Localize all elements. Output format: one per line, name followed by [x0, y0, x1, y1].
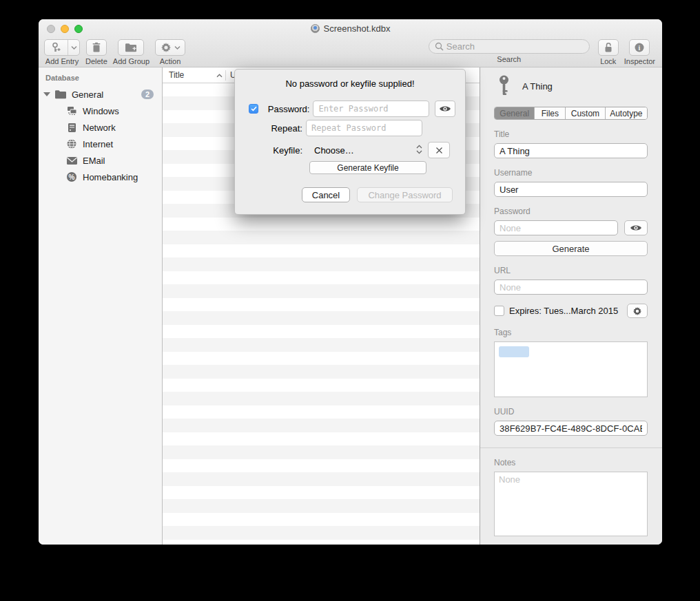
lock-button[interactable]: Lock — [598, 39, 619, 65]
folder-icon — [54, 88, 67, 101]
password-label: Password — [494, 207, 648, 216]
title-label: Title — [494, 129, 648, 139]
envelope-icon — [65, 154, 78, 167]
sidebar: Database General 2 Windows Network — [39, 67, 163, 545]
search-label: Search — [497, 55, 521, 63]
title-field[interactable] — [494, 143, 648, 158]
url-field[interactable] — [494, 280, 648, 295]
add-group-button[interactable]: Add Group — [113, 39, 150, 65]
folder-plus-icon[interactable] — [118, 39, 144, 56]
search-icon — [435, 42, 444, 51]
sidebar-item-label: General — [72, 89, 103, 100]
app-window: Screenshot.kdbx Add Entry — [39, 19, 662, 545]
delete-button[interactable]: Delete — [85, 39, 107, 65]
generate-password-button[interactable]: Generate — [494, 241, 648, 256]
sort-ascending-icon — [216, 70, 223, 80]
tab-autotype[interactable]: Autotype — [606, 107, 647, 119]
popup-stepper-icon — [416, 145, 422, 156]
titlebar[interactable]: Screenshot.kdbx — [39, 19, 662, 38]
inspector-label: Inspector — [624, 57, 655, 65]
add-entry-button[interactable]: Add Entry — [44, 39, 80, 65]
tag-token[interactable] — [499, 346, 529, 357]
username-label: Username — [494, 168, 648, 178]
sidebar-item-label: Internet — [83, 139, 113, 149]
add-group-label: Add Group — [113, 57, 150, 65]
chevron-down-icon — [174, 45, 181, 50]
reveal-password-button[interactable] — [435, 101, 455, 117]
tab-custom[interactable]: Custom — [566, 107, 605, 119]
tags-label: Tags — [494, 328, 648, 337]
change-password-button[interactable]: Change Password — [357, 187, 453, 202]
add-entry-dropdown-arrow-icon[interactable] — [68, 40, 79, 55]
sidebar-item-windows[interactable]: Windows — [39, 103, 162, 119]
enter-password-input[interactable] — [313, 101, 429, 117]
add-entry-label: Add Entry — [45, 57, 79, 65]
delete-label: Delete — [85, 57, 107, 65]
password-row-label: Password: — [258, 104, 313, 114]
clear-keyfile-button[interactable] — [428, 142, 450, 158]
repeat-row-label: Repeat: — [235, 123, 306, 134]
expires-label: Expires: Tues...March 2015 — [509, 306, 622, 316]
sidebar-section-header: Database — [39, 74, 162, 86]
sidebar-item-homebanking[interactable]: % Homebanking — [39, 169, 162, 185]
notes-field[interactable]: None — [494, 472, 648, 536]
sidebar-item-network[interactable]: Network — [39, 119, 162, 136]
entry-title: A Thing — [522, 81, 553, 92]
checkmark-icon — [251, 106, 257, 112]
column-header-title[interactable]: Title — [163, 70, 225, 80]
uuid-label: UUID — [494, 407, 648, 417]
gear-icon — [632, 306, 642, 316]
sidebar-item-email[interactable]: EMail — [39, 152, 162, 169]
reveal-password-button[interactable] — [624, 220, 648, 235]
cancel-button[interactable]: Cancel — [302, 187, 350, 202]
expires-settings-button[interactable] — [627, 304, 648, 318]
globe-icon — [65, 138, 78, 150]
tab-general[interactable]: General — [495, 107, 535, 119]
sidebar-item-internet[interactable]: Internet — [39, 136, 162, 152]
section-divider — [480, 447, 662, 448]
entry-count-badge: 2 — [141, 89, 154, 99]
lock-label: Lock — [600, 57, 616, 65]
trash-icon[interactable] — [86, 39, 107, 56]
tab-files[interactable]: Files — [535, 107, 566, 119]
sidebar-item-label: Windows — [83, 106, 119, 116]
gear-icon[interactable] — [155, 39, 185, 56]
sidebar-item-label: Network — [83, 123, 116, 133]
action-button[interactable]: Action — [155, 39, 185, 65]
sidebar-item-general[interactable]: General 2 — [39, 86, 162, 103]
keyfile-popup-value: Choose… — [314, 145, 354, 156]
window-chrome: Screenshot.kdbx Add Entry — [39, 19, 662, 67]
lock-open-icon[interactable] — [598, 39, 619, 56]
search-input[interactable] — [446, 41, 584, 52]
dialog-message: No password or keyfile supplied! — [235, 78, 465, 89]
inspector-button[interactable]: i Inspector — [624, 39, 655, 65]
tags-box[interactable] — [494, 341, 648, 397]
url-label: URL — [494, 266, 648, 275]
repeat-password-input[interactable] — [306, 120, 422, 136]
key-icon — [497, 75, 511, 98]
eye-icon — [439, 105, 451, 113]
change-password-dialog: No password or keyfile supplied! Passwor… — [234, 69, 466, 215]
inspector-panel: A Thing General Files Custom Autotype Ti… — [480, 67, 662, 545]
search-field[interactable] — [429, 39, 590, 54]
server-icon — [65, 121, 78, 134]
keyfile-popup[interactable]: Choose… — [306, 145, 422, 156]
sidebar-item-label: Homebanking — [83, 172, 138, 182]
info-icon[interactable]: i — [629, 39, 650, 56]
percent-coin-icon: % — [65, 171, 78, 183]
key-plus-icon[interactable] — [45, 40, 68, 55]
document-icon — [311, 24, 320, 33]
disclosure-triangle-icon[interactable] — [43, 92, 50, 96]
expires-checkbox[interactable] — [494, 306, 504, 316]
generate-keyfile-button[interactable]: Generate Keyfile — [309, 161, 426, 174]
password-checkbox[interactable] — [249, 104, 258, 114]
sidebar-item-label: EMail — [83, 156, 105, 166]
toolbar: Add Entry Delete Add Group — [39, 38, 662, 67]
uuid-field[interactable] — [494, 421, 648, 436]
password-field[interactable] — [494, 220, 618, 235]
svg-text:i: i — [639, 44, 641, 52]
window-title: Screenshot.kdbx — [324, 23, 391, 34]
username-field[interactable] — [494, 182, 648, 197]
svg-text:%: % — [69, 173, 75, 181]
search-control: Search — [429, 39, 590, 63]
